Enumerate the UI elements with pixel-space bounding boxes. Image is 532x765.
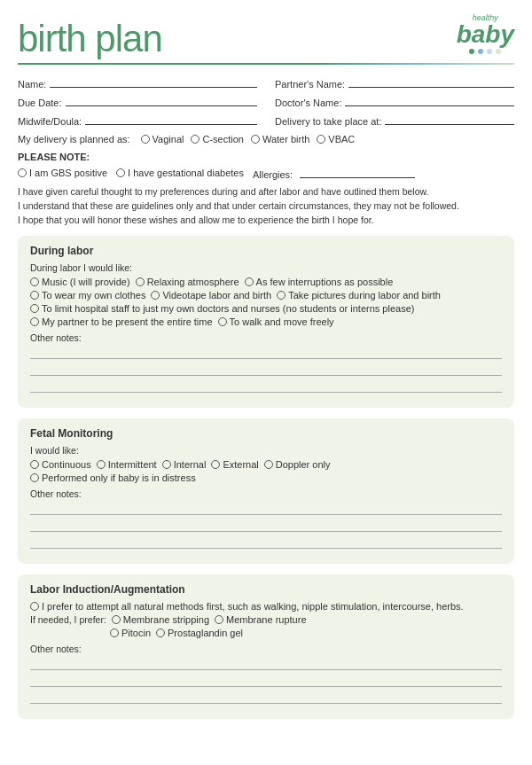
opt-internal[interactable]: Internal — [162, 459, 207, 470]
opt-walk[interactable]: To walk and move freely — [218, 316, 334, 327]
midwife-field: Midwife/Doula: — [18, 113, 257, 127]
name-field: Name: — [18, 75, 257, 90]
dot-1 — [469, 49, 474, 54]
induction-notes-2[interactable] — [30, 675, 502, 687]
form-fields: Name: Partner's Name: Due Date: Doctor's… — [18, 75, 514, 127]
labor-notes-1[interactable] — [30, 347, 502, 359]
opt-intermittent[interactable]: Intermittent — [97, 459, 157, 470]
induction-notes-1[interactable] — [30, 658, 502, 670]
opt-pictures[interactable]: Take pictures during labor and birth — [277, 290, 441, 301]
labor-row-4: My partner to be present the entire time… — [30, 316, 502, 327]
during-labor-options: Music (I will provide) Relaxing atmosphe… — [30, 277, 502, 327]
labor-notes-3[interactable] — [30, 380, 502, 393]
form-row-3: Midwife/Doula: Delivery to take place at… — [18, 113, 514, 127]
partners-name-input[interactable] — [348, 75, 514, 88]
section-fetal-monitoring: Fetal Monitoring I would like: Continuou… — [18, 418, 514, 564]
opt-few-interruptions[interactable]: As few interruptions as possible — [245, 277, 394, 287]
due-date-input[interactable] — [66, 94, 257, 106]
opt-limit-staff[interactable]: To limit hospital staff to just my own d… — [30, 303, 414, 314]
fetal-notes-1[interactable] — [30, 503, 502, 515]
opt-own-clothes[interactable]: To wear my own clothes — [30, 290, 145, 301]
delivery-option-csection[interactable]: C-section — [191, 134, 243, 144]
radio-vbac — [317, 135, 325, 144]
radio-water — [251, 135, 260, 144]
section-during-labor: During labor During labor I would like: … — [18, 236, 514, 408]
partners-name-field: Partner's Name: — [275, 75, 514, 90]
fetal-row-2: Performed only if baby is in distress — [30, 472, 502, 483]
opt-membrane-rupture[interactable]: Membrane rupture — [215, 614, 307, 625]
delivery-place-input[interactable] — [385, 113, 514, 125]
allergies-input[interactable] — [300, 166, 415, 178]
dot-4 — [496, 49, 501, 54]
radio-diabetes — [116, 168, 125, 177]
logo: healthy baby — [457, 13, 514, 58]
radio-gbs — [18, 168, 27, 177]
delivery-option-vaginal[interactable]: Vaginal — [141, 134, 184, 144]
induction-row-3: Pitocin Prostaglandin gel — [30, 628, 502, 638]
due-date-field: Due Date: — [18, 94, 257, 108]
induction-options: I prefer to attempt all natural methods … — [30, 601, 502, 638]
opt-pitocin[interactable]: Pitocin — [110, 628, 151, 638]
doctors-name-field: Doctor's Name: — [275, 94, 514, 108]
labor-row-3: To limit hospital staff to just my own d… — [30, 303, 502, 314]
logo-dots — [469, 49, 501, 54]
opt-partner-present[interactable]: My partner to be present the entire time — [30, 316, 213, 327]
header: birth plan healthy baby — [18, 13, 514, 58]
dot-2 — [478, 49, 483, 54]
dot-3 — [487, 49, 492, 54]
opt-doppler[interactable]: Doppler only — [264, 459, 331, 470]
title-birth: birth plan — [18, 20, 162, 58]
page: birth plan healthy baby Name: Partner's … — [0, 0, 532, 765]
induction-row-2: If needed, I prefer: Membrane stripping … — [30, 614, 502, 625]
fetal-notes-2[interactable] — [30, 519, 502, 532]
delivery-planned-row: My delivery is planned as: Vaginal C-sec… — [18, 134, 514, 144]
header-divider — [18, 63, 514, 65]
radio-vaginal — [141, 135, 150, 144]
fetal-row-1: Continuous Intermittent Internal Externa… — [30, 459, 502, 470]
intro-text: I have given careful thought to my prefe… — [18, 185, 514, 227]
allergies-field: Allergies: — [253, 166, 415, 180]
induction-notes-3[interactable] — [30, 691, 502, 704]
please-note-section: PLEASE NOTE: I am GBS positive I have ge… — [18, 152, 514, 180]
delivery-option-vbac[interactable]: VBAC — [317, 134, 355, 144]
opt-continuous[interactable]: Continuous — [30, 459, 91, 470]
opt-external[interactable]: External — [211, 459, 258, 470]
opt-natural[interactable]: I prefer to attempt all natural methods … — [30, 601, 464, 612]
opt-relaxing[interactable]: Relaxing atmosphere — [136, 277, 239, 287]
midwife-input[interactable] — [85, 113, 257, 125]
opt-prostaglandin[interactable]: Prostaglandin gel — [156, 628, 243, 638]
delivery-place-field: Delivery to take place at: — [275, 113, 514, 127]
name-input[interactable] — [50, 75, 257, 88]
form-row-1: Name: Partner's Name: — [18, 75, 514, 90]
opt-membrane-stripping[interactable]: Membrane stripping — [112, 614, 209, 625]
fetal-options: Continuous Intermittent Internal Externa… — [30, 459, 502, 483]
section-labor-induction: Labor Induction/Augmentation I prefer to… — [18, 574, 514, 719]
note-row: I am GBS positive I have gestational dia… — [18, 166, 514, 180]
labor-row-2: To wear my own clothes Videotape labor a… — [30, 290, 502, 301]
opt-performed-only[interactable]: Performed only if baby is in distress — [30, 472, 196, 483]
labor-row-1: Music (I will provide) Relaxing atmosphe… — [30, 277, 502, 287]
labor-notes-2[interactable] — [30, 363, 502, 376]
delivery-option-water[interactable]: Water birth — [251, 134, 309, 144]
doctors-name-input[interactable] — [345, 94, 514, 106]
fetal-notes-3[interactable] — [30, 536, 502, 549]
note-diabetes[interactable]: I have gestational diabetes — [116, 168, 244, 178]
note-gbs[interactable]: I am GBS positive — [18, 168, 107, 178]
radio-csection — [191, 135, 200, 144]
form-row-2: Due Date: Doctor's Name: — [18, 94, 514, 108]
opt-music[interactable]: Music (I will provide) — [30, 277, 130, 287]
induction-row-1: I prefer to attempt all natural methods … — [30, 601, 502, 612]
opt-videotape[interactable]: Videotape labor and birth — [151, 290, 271, 301]
